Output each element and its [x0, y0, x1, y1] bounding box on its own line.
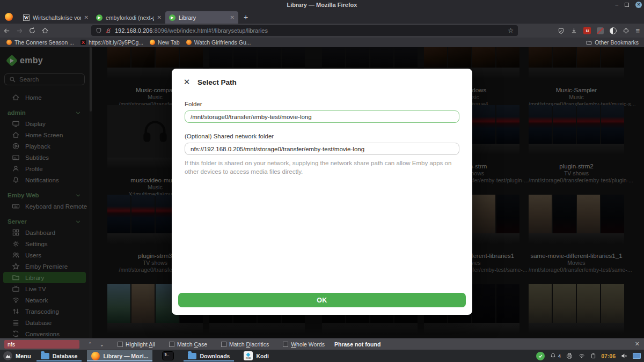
dialog-title: Select Path: [197, 78, 237, 86]
tab-label: Wirtschaftskrise von 1857 – W: [33, 14, 81, 21]
insecure-lock-icon[interactable]: [105, 27, 112, 34]
wifi-icon[interactable]: [578, 353, 586, 359]
find-bar: ⌃ ⌃ Highlight AllMatch CaseMatch Diacrit…: [0, 338, 644, 350]
tab-close-icon[interactable]: ✕: [157, 14, 162, 20]
network-folder-label: (Optional) Shared network folder: [185, 133, 459, 139]
ublock-icon[interactable]: u: [583, 27, 591, 34]
find-previous-icon[interactable]: ⌃: [88, 342, 92, 347]
firefox-icon: [91, 352, 100, 360]
dark-mode-extension-icon[interactable]: [610, 27, 617, 34]
bookmark-item[interactable]: Watch Girlfriends Gu...: [186, 39, 251, 46]
checkbox[interactable]: [283, 342, 288, 347]
checkbox[interactable]: [118, 342, 123, 347]
bookmark-favicon: X: [80, 40, 86, 45]
reload-icon[interactable]: [26, 27, 39, 34]
tab-close-icon[interactable]: ✕: [84, 14, 89, 20]
page-viewport: Music-comparMusic/mnt/storage0/transfer/…: [0, 47, 644, 338]
bookmark-favicon: [150, 40, 155, 45]
tab-close-icon[interactable]: ✕: [230, 14, 235, 20]
taskbar-menu-button[interactable]: Menu: [3, 351, 31, 360]
bookmark-star-icon[interactable]: ☆: [508, 27, 514, 34]
find-option-highlight-all[interactable]: Highlight All: [118, 341, 155, 348]
clipboard-icon[interactable]: [590, 352, 596, 359]
show-desktop-button[interactable]: [633, 353, 641, 359]
disabled-extension-icon[interactable]: [597, 27, 604, 34]
taskbar-item-kodi[interactable]: KODIKodi: [239, 350, 273, 361]
select-path-dialog: ✕ Select Path Folder (Optional) Shared n…: [172, 69, 472, 315]
tab-bar: WWirtschaftskrise von 1857 – W✕▶embyfork…: [0, 10, 644, 24]
bookmark-favicon: [186, 40, 192, 45]
bookmark-item[interactable]: The Conners Season ...: [6, 39, 74, 46]
taskbar-item-downloads[interactable]: Downloads: [184, 350, 234, 361]
taskbar-item-library-mozi-[interactable]: Library — Mozi...: [87, 350, 152, 361]
home-icon[interactable]: [39, 27, 52, 34]
other-bookmarks-button[interactable]: Other Bookmarks: [586, 39, 639, 46]
downloads-icon[interactable]: [570, 27, 577, 34]
url-bar[interactable]: 192.168.0.206:8096/web/index.html#!/libr…: [91, 25, 518, 36]
tab-1[interactable]: WWirtschaftskrise von 1857 – W✕: [19, 11, 92, 24]
window-title: Library — Mozilla Firefox: [287, 2, 357, 8]
find-status: Phrase not found: [334, 341, 380, 348]
tab-label: embyforkodi (next-gen) 10.X: [106, 14, 154, 21]
network-folder-help-text: If this folder is shared on your network…: [185, 159, 459, 176]
checkbox[interactable]: [221, 342, 226, 347]
bookmark-favicon: [6, 40, 12, 45]
emby-favicon: ▶: [169, 14, 175, 21]
restore-button[interactable]: [625, 3, 629, 7]
menu-logo-icon: [3, 351, 12, 360]
taskbar-item-terminal[interactable]: $_: [158, 350, 178, 361]
kodi-icon: KODI: [244, 351, 253, 360]
find-option-match-case[interactable]: Match Case: [169, 341, 207, 348]
folder-icon: [586, 40, 592, 46]
updates-ok-icon[interactable]: [536, 352, 545, 360]
bookmark-item[interactable]: New Tab: [150, 39, 180, 46]
tab-label: Library: [179, 14, 227, 21]
account-shield-icon[interactable]: [558, 27, 565, 34]
find-input[interactable]: [4, 340, 79, 349]
new-tab-button[interactable]: +: [244, 13, 248, 21]
find-option-match-diacritics[interactable]: Match Diacritics: [221, 341, 269, 348]
wikipedia-favicon: W: [23, 14, 30, 21]
navigation-toolbar: 192.168.0.206:8096/web/index.html#!/libr…: [0, 24, 644, 38]
forward-icon[interactable]: [13, 27, 26, 35]
shield-icon[interactable]: [96, 27, 102, 34]
back-icon[interactable]: [0, 27, 13, 35]
minimize-button[interactable]: –: [615, 2, 618, 8]
taskbar-item-database[interactable]: Database: [36, 350, 82, 361]
taskbar: Menu DatabaseLibrary — Mozi...$_Download…: [0, 350, 644, 362]
clock[interactable]: 07:06: [601, 353, 616, 359]
tab-3[interactable]: ▶Library✕: [165, 11, 238, 24]
menu-hamburger-icon[interactable]: ≡: [635, 27, 640, 35]
find-close-icon[interactable]: ✕: [635, 341, 640, 348]
folder-icon: [188, 353, 196, 359]
tab-2[interactable]: ▶embyforkodi (next-gen) 10.X✕: [92, 11, 165, 24]
extension-icon[interactable]: [623, 27, 630, 34]
notifications-tray-icon[interactable]: [550, 352, 557, 359]
dialog-close-icon[interactable]: ✕: [182, 77, 191, 87]
ok-button[interactable]: OK: [178, 293, 466, 307]
system-tray: 4 07:06: [536, 350, 641, 362]
checkbox[interactable]: [169, 342, 174, 347]
folder-icon: [41, 353, 49, 359]
find-option-whole-words[interactable]: Whole Words: [283, 341, 325, 348]
folder-label: Folder: [185, 101, 459, 107]
terminal-icon: $_: [162, 351, 174, 360]
network-folder-input[interactable]: [185, 143, 459, 155]
find-next-icon[interactable]: ⌃: [100, 342, 104, 347]
notification-count: 4: [558, 353, 561, 359]
close-button[interactable]: ✕: [635, 2, 642, 8]
window-titlebar: Library — Mozilla Firefox – ✕: [0, 0, 644, 10]
volume-muted-icon[interactable]: [620, 352, 628, 359]
bookmarks-toolbar: The Conners Season ...Xhttps://bit.ly/3y…: [0, 38, 644, 47]
url-text: 192.168.0.206:8096/web/index.html#!/libr…: [115, 27, 504, 34]
printer-icon[interactable]: [566, 352, 573, 359]
bookmark-item[interactable]: Xhttps://bit.ly/3y5PCg...: [80, 39, 143, 46]
firefox-logo-icon[interactable]: [5, 13, 13, 21]
emby-favicon: ▶: [96, 14, 103, 21]
folder-input[interactable]: [185, 110, 459, 123]
